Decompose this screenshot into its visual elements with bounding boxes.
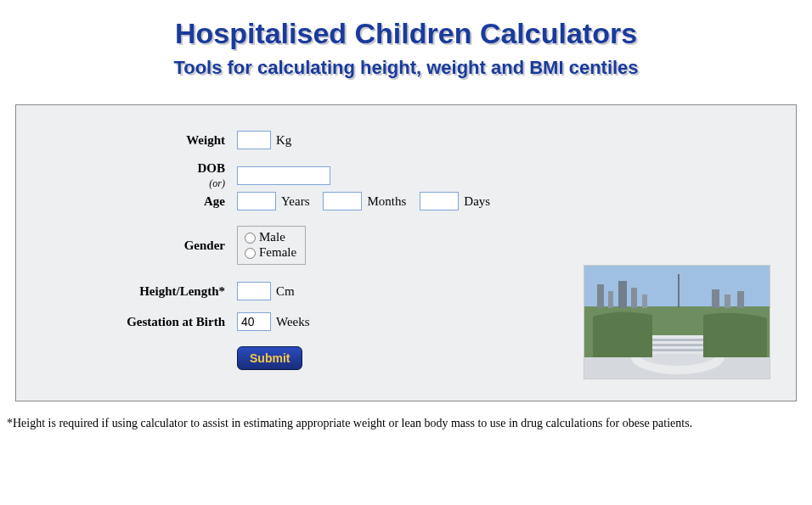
- height-label: Height/Length*: [33, 284, 237, 299]
- age-months-input[interactable]: [323, 192, 362, 210]
- age-days-unit: Days: [464, 194, 490, 209]
- svg-rect-16: [648, 344, 708, 346]
- submit-button[interactable]: Submit: [237, 346, 302, 370]
- gender-group: Male Female: [237, 226, 306, 265]
- age-years-input[interactable]: [237, 192, 276, 210]
- svg-rect-17: [648, 349, 708, 351]
- age-row: Age Years Months Days: [33, 192, 779, 210]
- gender-male-option[interactable]: Male: [243, 230, 296, 245]
- height-input[interactable]: [237, 282, 271, 300]
- footnote-text: *Height is required if using calculator …: [7, 417, 805, 430]
- svg-rect-6: [631, 288, 637, 308]
- weight-unit: Kg: [276, 133, 291, 148]
- svg-rect-7: [642, 295, 647, 308]
- svg-rect-11: [737, 291, 744, 308]
- age-days-input[interactable]: [420, 192, 459, 210]
- age-years-unit: Years: [281, 194, 309, 209]
- gestation-unit: Weeks: [276, 315, 310, 329]
- dob-row: DOB (or): [33, 161, 779, 190]
- gender-label: Gender: [33, 238, 237, 253]
- svg-rect-5: [618, 281, 627, 308]
- age-months-unit: Months: [367, 194, 406, 209]
- hospital-city-image: [584, 265, 770, 379]
- dob-input[interactable]: [237, 166, 330, 185]
- svg-rect-8: [678, 274, 679, 308]
- gender-row: Gender Male Female: [33, 226, 779, 265]
- svg-rect-10: [725, 295, 730, 308]
- svg-rect-15: [648, 339, 708, 341]
- height-unit: Cm: [276, 284, 295, 299]
- weight-input[interactable]: [237, 131, 271, 149]
- calculator-form: Weight Kg DOB (or) Age Years Months Days…: [15, 104, 797, 401]
- svg-rect-9: [712, 289, 719, 308]
- page-header: Hospitalised Children Calculators Tools …: [0, 0, 812, 87]
- gestation-label: Gestation at Birth: [33, 315, 237, 329]
- svg-rect-3: [597, 284, 604, 308]
- gender-female-radio[interactable]: [245, 248, 256, 259]
- svg-rect-4: [608, 291, 613, 308]
- gender-female-option[interactable]: Female: [243, 245, 296, 261]
- page-title: Hospitalised Children Calculators: [0, 17, 812, 50]
- gestation-input[interactable]: [237, 312, 271, 331]
- dob-label: DOB (or): [33, 161, 237, 190]
- page-subtitle: Tools for calculating height, weight and…: [0, 57, 812, 79]
- age-label: Age: [33, 194, 237, 209]
- weight-row: Weight Kg: [33, 131, 779, 149]
- gender-male-radio[interactable]: [245, 233, 256, 244]
- weight-label: Weight: [33, 133, 237, 148]
